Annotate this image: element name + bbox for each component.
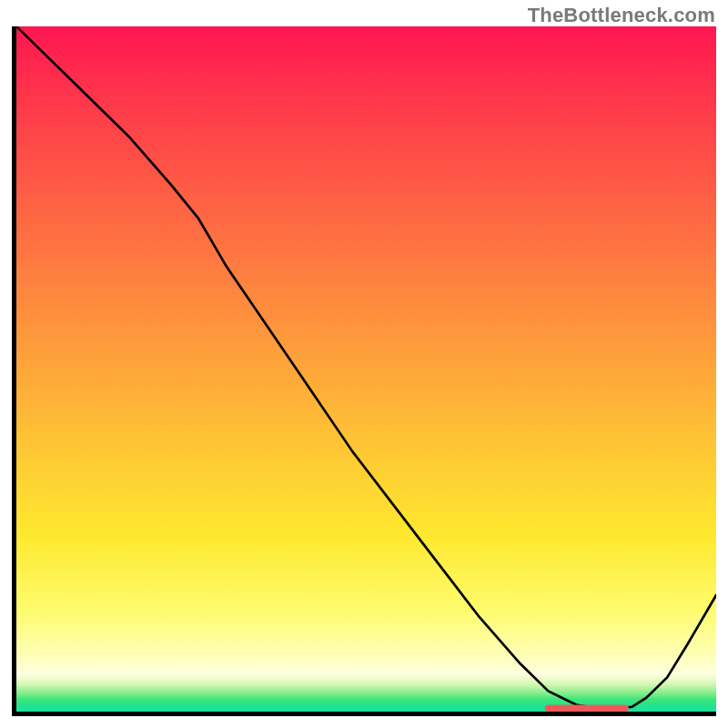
chart-curve-line (16, 26, 716, 708)
chart-plot-area (12, 26, 716, 716)
chart-overlay-svg (16, 26, 716, 712)
watermark-text: TheBottleneck.com (528, 4, 715, 27)
